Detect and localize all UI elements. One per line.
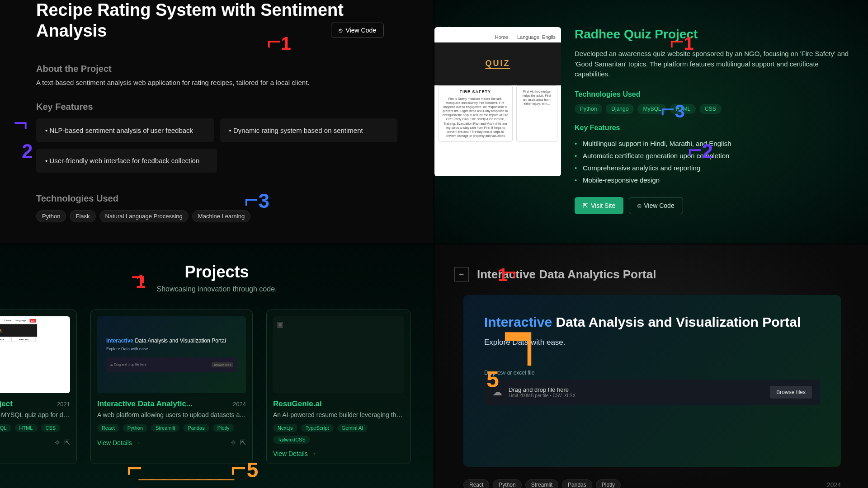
about-text: A text-based sentiment analysis web appl… <box>36 79 397 86</box>
preview-card-fire: FIRE SAFETY Fire is Safety measure makes… <box>438 85 513 142</box>
thumb-hi: Interactive <box>106 338 133 344</box>
feature-item: NLP-based sentiment analysis of user fee… <box>36 118 214 142</box>
tech-tag: Gemini AI <box>337 424 368 432</box>
tech-tag: HTML <box>670 104 696 114</box>
back-button[interactable]: ← <box>454 267 469 282</box>
view-details-link[interactable]: View Details→ <box>273 450 317 457</box>
view-details-link[interactable]: View Details→ <box>97 439 141 446</box>
tech-tag: Python <box>493 479 521 488</box>
card-desc: Python-Django-MYSQL quiz app for disaste… <box>0 411 70 418</box>
feature-list: Multilingual support in Hindi, Marathi, … <box>575 137 850 186</box>
view-details-label: View Details <box>273 450 308 457</box>
arrow-right-icon: → <box>311 450 317 457</box>
visit-label: Visit Site <box>591 202 615 209</box>
project-thumb: ▣ <box>273 316 404 393</box>
hero-title: Interactive Data Analysis and Visualizat… <box>484 313 820 331</box>
tech-tag: CSS <box>699 104 722 114</box>
thumb-sub: Explore Data with ease. <box>106 347 237 351</box>
hero-highlight: Interactive <box>484 314 552 329</box>
card-year: 2024 <box>233 401 246 408</box>
tech-tag: Python <box>575 104 602 114</box>
feature-item: Mobile-responsive design <box>575 174 850 186</box>
project-thumb: HomeLanguageEN QUIZ GOOD SAMARITANFIRE S… <box>0 316 70 393</box>
section-title: Projects <box>184 263 249 282</box>
preview-card-text: First Aid knowledge helps the adult. Fir… <box>520 89 553 106</box>
feature-item: Multilingual support in Hindi, Marathi, … <box>575 137 850 150</box>
tech-tag: Plotly <box>213 424 234 432</box>
tech-tag: Streamlit <box>151 424 179 432</box>
card-desc: An AI-powered resume builder leveraging … <box>273 411 404 418</box>
technologies-heading: Technologies Used <box>575 90 850 99</box>
code-label: View Code <box>644 202 674 209</box>
cloud-upload-icon: ☁ <box>492 386 502 398</box>
tech-tag: Plotly <box>596 479 621 488</box>
upload-label: Drop csv or excel file <box>484 370 820 376</box>
tech-tag: Streamlit <box>525 479 558 488</box>
arrow-right-icon: → <box>135 439 141 446</box>
drop-limit-text: Limit 200MB per file • CSV, XLSX <box>509 393 576 398</box>
card-year: 2021 <box>57 401 70 408</box>
tech-tag: MySQL <box>0 424 11 432</box>
preview-nav-lang: Language: Englis <box>517 34 556 40</box>
project-card[interactable]: Interactive Data Analysis and Visualizat… <box>90 310 253 464</box>
annotation-2-purple: ⌐ <box>14 108 28 136</box>
tech-tag: Python <box>36 210 66 222</box>
view-details-label: View Details <box>97 439 132 446</box>
preview-quiz-logo: QUIZ <box>486 59 510 69</box>
github-icon[interactable]: ⎆ <box>231 438 236 447</box>
external-link-icon: ⇱ <box>583 202 588 209</box>
hero-rest: Data Analysis and Visualization Portal <box>556 314 801 329</box>
tech-tag: TypeScript <box>301 424 334 432</box>
code-icon: ⎋ <box>339 27 342 34</box>
thumb-dd: Drag and drop file here <box>114 363 146 366</box>
preview-card-text: Fire is Safety measure makes the self, w… <box>442 97 509 138</box>
key-features-heading: Key Features <box>575 124 850 132</box>
tech-tag: Python <box>123 424 147 432</box>
hero-preview: Interactive Data Analysis and Visualizat… <box>463 295 841 467</box>
project-card[interactable]: HomeLanguageEN QUIZ GOOD SAMARITANFIRE S… <box>0 310 77 464</box>
technologies-heading: Technologies Used <box>36 193 397 204</box>
project-card[interactable]: ▣ ResuGenie.ai An AI-powered resume buil… <box>266 310 411 464</box>
tech-tag: Django <box>606 104 634 114</box>
card-title: ee Quiz Project <box>0 399 13 408</box>
drop-main-text: Drag and drop file here <box>509 386 576 393</box>
tech-tag: TailwindCSS <box>273 436 310 444</box>
browse-files-button[interactable]: Browse files <box>770 386 812 399</box>
feature-item: Dynamic rating system based on sentiment <box>220 118 398 142</box>
file-dropzone[interactable]: ☁ Drag and drop file here Limit 200MB pe… <box>484 380 820 405</box>
project-thumb: Interactive Data Analysis and Visualizat… <box>97 316 246 393</box>
arrow-left-icon: ← <box>458 270 465 278</box>
tech-tag: Pandas <box>183 424 209 432</box>
preview-card-firstaid: First Aid knowledge helps the adult. Fir… <box>516 85 557 142</box>
hero-subtitle: Explore Data with ease. <box>484 338 820 347</box>
annotation-2-purple-num: 2 <box>22 140 33 163</box>
tech-tag: React <box>97 424 119 432</box>
tech-tag: Natural Language Processing <box>99 210 189 222</box>
preview-nav-home: Home <box>495 34 508 40</box>
cloud-icon: ☁ <box>110 363 113 366</box>
thumb-rest: Data Analysis and Visualization Portal <box>135 338 226 344</box>
view-code-button[interactable]: ⎋ View Code <box>629 197 683 214</box>
about-heading: About the Project <box>36 64 397 74</box>
github-icon[interactable]: ⎆ <box>55 438 60 447</box>
external-link-icon[interactable]: ⇱ <box>64 438 70 447</box>
key-features-heading: Key Features <box>36 102 397 112</box>
annotation-1-red-num: 1 <box>136 272 146 292</box>
section-subtitle: Showcasing innovation through code. <box>157 285 277 293</box>
project-description: Developed an awareness quiz website spon… <box>575 49 850 80</box>
external-link-icon[interactable]: ⇱ <box>240 438 246 447</box>
broken-image-icon: ▣ <box>277 320 283 328</box>
view-code-label: View Code <box>346 27 376 34</box>
card-title: Interactive Data Analytic... <box>97 399 193 408</box>
tech-tag: React <box>463 479 489 488</box>
tech-tag: Machine Learning <box>192 210 250 222</box>
annotation-1-red: ⌐ <box>131 263 146 291</box>
feature-item: Automatic certificate generation upon co… <box>575 150 850 162</box>
project-year: 2024 <box>827 481 841 488</box>
thumb-browse: Browse files <box>212 362 233 367</box>
view-code-button[interactable]: ⎋ View Code <box>331 23 384 38</box>
visit-site-button[interactable]: ⇱ Visit Site <box>575 197 623 214</box>
feature-item: User-friendly web interface for feedback… <box>36 149 217 173</box>
page-title: Interactive Data Analytics Portal <box>477 267 656 282</box>
card-desc: A web platform allowing users to upload … <box>97 411 246 418</box>
